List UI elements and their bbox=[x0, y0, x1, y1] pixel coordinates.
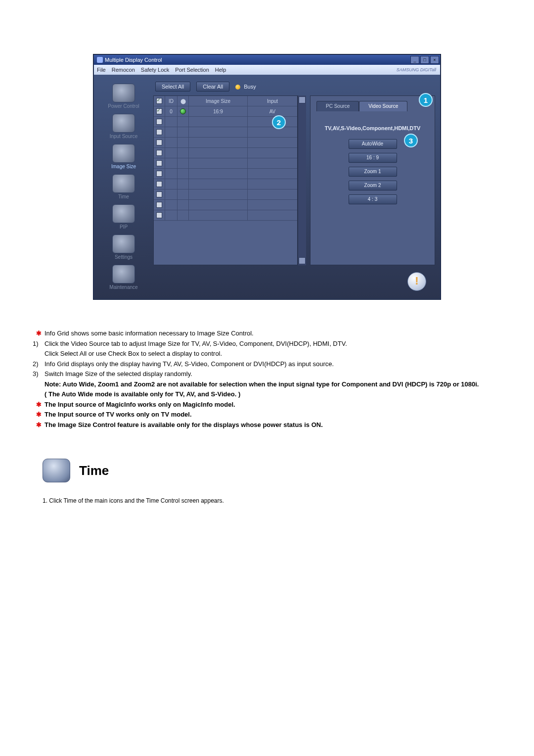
table-row[interactable] bbox=[154, 179, 297, 189]
table-row[interactable] bbox=[154, 210, 297, 221]
section-body: 1. Click Time of the main icons and the … bbox=[43, 497, 501, 504]
sidebar-item-pip[interactable]: PIP bbox=[96, 204, 151, 234]
col-power-icon: ⬤ bbox=[178, 96, 189, 106]
alert-icon[interactable] bbox=[407, 272, 426, 291]
header-checkbox[interactable] bbox=[156, 98, 162, 104]
power-control-icon bbox=[112, 84, 135, 102]
sidebar-item-image-size[interactable]: Image Size bbox=[96, 144, 151, 173]
menu-port-selection[interactable]: Port Selection bbox=[175, 67, 209, 73]
sidebar-item-maintenance[interactable]: Maintenance bbox=[96, 265, 151, 294]
col-id: ID bbox=[165, 96, 178, 106]
section-heading: Time bbox=[43, 459, 501, 482]
row-checkbox[interactable] bbox=[156, 129, 162, 135]
time-icon bbox=[112, 174, 135, 193]
settings-icon bbox=[112, 235, 135, 253]
list-number: 2) bbox=[33, 360, 44, 369]
busy-indicator: Busy bbox=[235, 84, 256, 90]
star-icon: ✱ bbox=[33, 421, 44, 429]
note-text: The Image Size Control feature is availa… bbox=[44, 421, 501, 429]
scroll-up-icon[interactable] bbox=[299, 96, 306, 103]
minimize-button[interactable]: _ bbox=[410, 56, 419, 64]
row-image-size: 16:9 bbox=[189, 106, 248, 116]
option-zoom2[interactable]: Zoom 2 bbox=[349, 181, 397, 190]
scroll-down-icon[interactable] bbox=[299, 257, 306, 264]
time-section-icon bbox=[43, 459, 70, 482]
table-row[interactable] bbox=[154, 138, 297, 148]
sidebar-item-power-control[interactable]: Power Control bbox=[96, 84, 151, 113]
busy-icon bbox=[235, 85, 240, 90]
sidebar-item-label: Input Source bbox=[110, 134, 138, 139]
menu-safety-lock[interactable]: Safety Lock bbox=[141, 67, 169, 73]
sidebar-item-time[interactable]: Time bbox=[96, 174, 151, 203]
note-text: Click Select All or use Check Box to sel… bbox=[44, 349, 501, 358]
pip-icon bbox=[112, 204, 135, 223]
sidebar-item-settings[interactable]: Settings bbox=[96, 235, 151, 264]
row-checkbox[interactable] bbox=[156, 160, 162, 166]
marker-1: 1 bbox=[419, 93, 433, 107]
row-checkbox[interactable] bbox=[156, 191, 162, 197]
power-on-icon bbox=[180, 108, 186, 114]
star-icon: ✱ bbox=[33, 329, 44, 338]
row-checkbox[interactable] bbox=[156, 202, 162, 208]
row-checkbox[interactable] bbox=[156, 181, 162, 187]
sidebar-item-label: Power Control bbox=[108, 103, 139, 109]
star-icon: ✱ bbox=[33, 400, 44, 409]
table-row[interactable] bbox=[154, 127, 297, 138]
menu-help[interactable]: Help bbox=[215, 67, 226, 73]
menubar: File Remocon Safety Lock Port Selection … bbox=[94, 65, 440, 75]
note-text: Info Grid displays only the display havi… bbox=[44, 360, 501, 369]
tab-video-source[interactable]: Video Source bbox=[359, 101, 407, 111]
select-all-button[interactable]: Select All bbox=[155, 82, 190, 92]
sidebar-item-label: Maintenance bbox=[109, 284, 137, 290]
option-16-9[interactable]: 16 : 9 bbox=[349, 153, 397, 163]
source-category-title: TV,AV,S-Video,Component,HDMI,DTV bbox=[316, 125, 429, 131]
status-bar bbox=[153, 269, 435, 294]
source-panel: PC Source Video Source TV,AV,S-Video,Com… bbox=[310, 95, 435, 265]
menu-remocon[interactable]: Remocon bbox=[112, 67, 135, 73]
row-checkbox[interactable] bbox=[156, 119, 162, 125]
option-zoom1[interactable]: Zoom 1 bbox=[349, 167, 397, 177]
star-icon: ✱ bbox=[33, 410, 44, 419]
maintenance-icon bbox=[112, 265, 135, 284]
app-window: Multiple Display Control _ □ × File Remo… bbox=[93, 54, 441, 299]
busy-label: Busy bbox=[244, 84, 256, 90]
sidebar: Power Control Input Source Image Size Ti… bbox=[94, 75, 153, 299]
marker-3: 3 bbox=[404, 134, 418, 147]
table-row[interactable]: 0 16:9 AV bbox=[154, 106, 297, 117]
grid-header-row: ID ⬤ Image Size Input bbox=[154, 96, 297, 106]
input-source-icon bbox=[112, 114, 135, 133]
maximize-button[interactable]: □ bbox=[420, 56, 429, 64]
sidebar-item-label: PIP bbox=[120, 224, 128, 230]
brand-label: SAMSUNG DIGITall bbox=[397, 67, 436, 72]
tab-pc-source[interactable]: PC Source bbox=[316, 101, 359, 111]
sidebar-item-label: Time bbox=[118, 194, 129, 199]
table-row[interactable] bbox=[154, 148, 297, 158]
window-title: Multiple Display Control bbox=[105, 57, 162, 63]
marker-2: 2 bbox=[272, 115, 286, 129]
table-row[interactable] bbox=[154, 169, 297, 179]
app-icon bbox=[97, 57, 103, 63]
vertical-scrollbar[interactable] bbox=[298, 95, 306, 265]
table-row[interactable] bbox=[154, 189, 297, 200]
menu-file[interactable]: File bbox=[97, 67, 106, 73]
row-checkbox[interactable] bbox=[156, 140, 162, 145]
note-text: Note: Auto Wide, Zoom1 and Zoom2 are not… bbox=[44, 380, 501, 389]
close-button[interactable]: × bbox=[430, 56, 439, 64]
table-row[interactable] bbox=[154, 158, 297, 169]
row-checkbox[interactable] bbox=[156, 150, 162, 156]
note-text: ( The Auto Wide mode is available only f… bbox=[44, 390, 501, 399]
row-checkbox[interactable] bbox=[156, 171, 162, 177]
section-body-text: 1. Click Time of the main icons and the … bbox=[43, 497, 224, 504]
sidebar-item-input-source[interactable]: Input Source bbox=[96, 114, 151, 143]
row-input: AV bbox=[248, 106, 297, 116]
row-checkbox[interactable] bbox=[156, 212, 162, 218]
table-row[interactable] bbox=[154, 200, 297, 210]
note-text: Info Grid shows some basic information n… bbox=[44, 329, 501, 338]
titlebar: Multiple Display Control _ □ × bbox=[94, 55, 440, 65]
option-autowide[interactable]: AutoWide bbox=[349, 139, 397, 149]
notes-list: ✱Info Grid shows some basic information … bbox=[33, 329, 501, 429]
clear-all-button[interactable]: Clear All bbox=[196, 82, 229, 92]
option-4-3[interactable]: 4 : 3 bbox=[349, 194, 397, 204]
row-checkbox[interactable] bbox=[156, 108, 162, 114]
note-text: Switch Image Size of the selected displa… bbox=[44, 370, 501, 378]
